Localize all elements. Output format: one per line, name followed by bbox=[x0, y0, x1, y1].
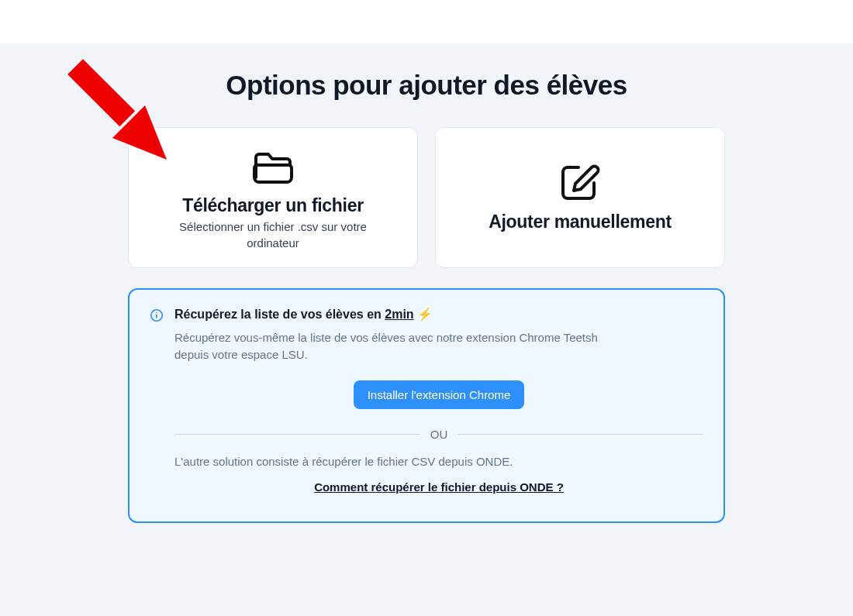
header-spacer bbox=[0, 0, 853, 43]
info-title-suffix: ⚡ bbox=[414, 308, 433, 321]
page-body: Options pour ajouter des élèves Téléchar… bbox=[0, 43, 853, 616]
content-wrapper: Options pour ajouter des élèves Téléchar… bbox=[128, 70, 725, 523]
divider-line-right bbox=[458, 434, 703, 435]
divider-label: OU bbox=[430, 428, 448, 441]
page-title: Options pour ajouter des élèves bbox=[128, 70, 725, 101]
pencil-edit-icon bbox=[558, 160, 602, 204]
install-chrome-extension-button[interactable]: Installer l'extension Chrome bbox=[354, 380, 525, 409]
onde-help-link[interactable]: Comment récupérer le fichier depuis ONDE… bbox=[174, 480, 703, 494]
info-title-prefix: Récupérez la liste de vos élèves en bbox=[174, 308, 385, 321]
info-panel: Récupérez la liste de vos élèves en 2min… bbox=[128, 288, 725, 523]
info-title: Récupérez la liste de vos élèves en 2min… bbox=[174, 307, 703, 322]
info-circle-icon bbox=[150, 308, 164, 322]
svg-point-3 bbox=[156, 312, 157, 314]
divider-line-left bbox=[174, 434, 420, 435]
folder-open-icon bbox=[251, 144, 295, 188]
info-title-duration: 2min bbox=[385, 308, 413, 321]
divider: OU bbox=[174, 428, 703, 441]
alt-description: L'autre solution consiste à récupérer le… bbox=[174, 455, 703, 468]
add-manually-card[interactable]: Ajouter manuellement bbox=[435, 127, 725, 268]
options-row: Télécharger un fichier Sélectionner un f… bbox=[128, 127, 725, 268]
svg-rect-0 bbox=[67, 59, 135, 126]
manual-card-title: Ajouter manuellement bbox=[489, 212, 672, 232]
upload-card-title: Télécharger un fichier bbox=[182, 195, 364, 216]
info-description: Récupérez vous-même la liste de vos élèv… bbox=[174, 329, 609, 363]
upload-card-subtitle: Sélectionner un fichier .csv sur votre o… bbox=[157, 219, 389, 251]
upload-file-card[interactable]: Télécharger un fichier Sélectionner un f… bbox=[128, 127, 418, 268]
